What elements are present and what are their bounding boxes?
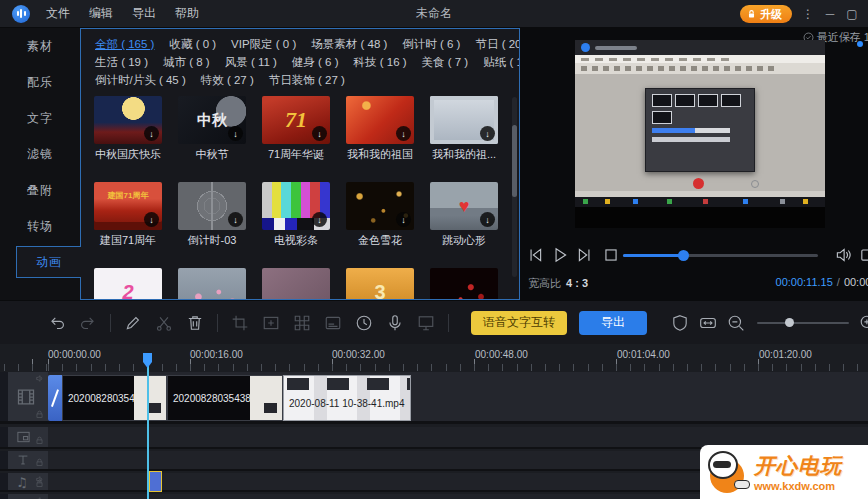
category-scenery[interactable]: 风景 ( 11 ) [225, 53, 277, 71]
asset-thumbnail[interactable]: ↓ [346, 96, 414, 144]
aspect-ratio-value[interactable]: 4 : 3 [566, 277, 588, 289]
track-lock-icon[interactable] [35, 458, 44, 467]
voiceover-track-header[interactable] [0, 494, 48, 499]
asset-card[interactable]: 71 ↓ 71周年华诞 [262, 96, 330, 162]
sidebar-item-music[interactable]: 配乐 [0, 64, 80, 100]
download-icon[interactable]: ↓ [396, 212, 411, 227]
asset-card[interactable]: ↓ 金色雪花 [346, 182, 414, 248]
asset-card[interactable]: ↓ 中秋国庆快乐 [94, 96, 162, 162]
maximize-icon[interactable]: ▢ [840, 0, 864, 28]
overlay-track-header[interactable] [0, 427, 48, 447]
category-effects[interactable]: 特效 ( 27 ) [201, 71, 254, 89]
category-favorites[interactable]: 收藏 ( 0 ) [169, 35, 216, 53]
category-vip[interactable]: VIP限定 ( 0 ) [231, 35, 296, 53]
shield-icon[interactable] [671, 314, 689, 332]
zoom-frame-icon[interactable] [262, 314, 280, 332]
asset-card[interactable]: ↓ 我和我的祖... [430, 96, 498, 162]
category-countdown[interactable]: 倒计时 ( 6 ) [402, 35, 460, 53]
menu-help[interactable]: 帮助 [175, 5, 199, 22]
asset-card[interactable] [430, 268, 498, 300]
menu-file[interactable]: 文件 [46, 5, 70, 22]
track-lock-icon[interactable] [35, 479, 44, 488]
asset-card[interactable]: 2 [94, 268, 162, 300]
menu-edit[interactable]: 编辑 [89, 5, 113, 22]
category-fitness[interactable]: 健身 ( 6 ) [292, 53, 339, 71]
audio-clip[interactable] [149, 471, 162, 492]
category-life[interactable]: 生活 ( 19 ) [95, 53, 148, 71]
library-scrollbar[interactable] [512, 97, 517, 277]
more-menu-icon[interactable]: ⋮ [796, 0, 820, 28]
video-clip[interactable]: 20200828035438.mp4 [167, 375, 283, 421]
asset-thumbnail[interactable] [262, 268, 330, 300]
minimize-icon[interactable]: ─ [818, 0, 842, 28]
track-lock-icon[interactable] [35, 410, 44, 419]
duration-clock-icon[interactable] [355, 314, 373, 332]
microphone-icon[interactable] [386, 314, 404, 332]
subtitle-icon[interactable] [324, 314, 342, 332]
category-food[interactable]: 美食 ( 7 ) [422, 53, 469, 71]
category-festival[interactable]: 节日 ( 20 ) [475, 35, 520, 53]
category-all[interactable]: 全部 ( 165 ) [95, 35, 154, 53]
category-festival-deco[interactable]: 节日装饰 ( 27 ) [269, 71, 345, 89]
track-lock-icon[interactable] [35, 436, 44, 445]
screen-record-icon[interactable] [417, 314, 435, 332]
play-button[interactable] [551, 246, 569, 264]
timeline-zoom-slider[interactable] [757, 322, 849, 324]
asset-thumbnail[interactable]: 建国71周年 ↓ [94, 182, 162, 230]
overlay-track-lane[interactable] [48, 427, 868, 447]
asset-card[interactable] [262, 268, 330, 300]
asset-card[interactable]: ↓ 我和我的祖国 [346, 96, 414, 162]
asset-thumbnail[interactable]: ↓ [178, 182, 246, 230]
cut-scissors-icon[interactable] [155, 314, 173, 332]
download-icon[interactable]: ↓ [480, 126, 495, 141]
asset-card[interactable]: 中秋 ↓ 中秋节 [178, 96, 246, 162]
zoom-in-icon[interactable] [859, 314, 868, 332]
preview-video-frame[interactable] [575, 40, 825, 228]
upgrade-button[interactable]: 升级 [740, 5, 792, 23]
asset-thumbnail[interactable]: 71 ↓ [262, 96, 330, 144]
asset-thumbnail[interactable] [430, 268, 498, 300]
asset-thumbnail[interactable] [178, 268, 246, 300]
sidebar-item-media[interactable]: 素材 [0, 28, 80, 64]
asset-card[interactable]: 3 [346, 268, 414, 300]
track-mute-icon[interactable] [35, 374, 44, 383]
zoom-slider-knob[interactable] [785, 318, 794, 327]
download-icon[interactable]: ↓ [312, 126, 327, 141]
asset-card[interactable]: ♥ ↓ 跳动心形 [430, 182, 498, 248]
volume-icon[interactable] [834, 246, 852, 264]
sidebar-item-text[interactable]: 文字 [0, 100, 80, 136]
scrollbar-thumb[interactable] [512, 125, 517, 197]
video-track-header[interactable] [0, 372, 48, 421]
download-icon[interactable]: ↓ [228, 212, 243, 227]
asset-thumbnail[interactable]: 2 [94, 268, 162, 300]
sidebar-item-animation[interactable]: 动画 [16, 246, 81, 278]
next-frame-button[interactable] [576, 246, 594, 264]
fullscreen-icon[interactable] [859, 246, 868, 264]
category-scene[interactable]: 场景素材 ( 48 ) [311, 35, 387, 53]
asset-card[interactable]: ↓ 倒计时-03 [178, 182, 246, 248]
seek-knob[interactable] [678, 250, 689, 261]
asset-card[interactable] [178, 268, 246, 300]
asset-thumbnail[interactable]: 中秋 ↓ [178, 96, 246, 144]
menu-export[interactable]: 导出 [132, 5, 156, 22]
category-sticker[interactable]: 贴纸 ( 18 ) [483, 53, 520, 71]
download-icon[interactable]: ↓ [396, 126, 411, 141]
music-track-header[interactable]: ♫ [0, 473, 48, 490]
video-clip[interactable]: 20200828035438.mp4 [62, 375, 167, 421]
text-track-header[interactable] [0, 451, 48, 469]
clip-trim-handle[interactable] [48, 375, 62, 421]
fit-timeline-icon[interactable] [699, 314, 717, 332]
asset-card[interactable]: 建国71周年 ↓ 建国71周年 [94, 182, 162, 248]
timeline-ruler[interactable]: 00:00:00.00 00:00:16.00 00:00:32.00 00:0… [0, 344, 868, 372]
category-tech[interactable]: 科技 ( 16 ) [354, 53, 407, 71]
download-icon[interactable]: ↓ [228, 126, 243, 141]
asset-thumbnail[interactable]: ↓ [262, 182, 330, 230]
category-city[interactable]: 城市 ( 8 ) [163, 53, 210, 71]
undo-icon[interactable] [48, 314, 66, 332]
stop-button[interactable] [602, 246, 620, 264]
delete-trash-icon[interactable] [186, 314, 204, 332]
edit-pencil-icon[interactable] [124, 314, 142, 332]
video-clip[interactable]: 2020-08-11 10-38-41.mp4 [283, 375, 411, 421]
category-countdown-intro[interactable]: 倒计时/片头 ( 45 ) [95, 71, 186, 89]
mosaic-icon[interactable] [293, 314, 311, 332]
